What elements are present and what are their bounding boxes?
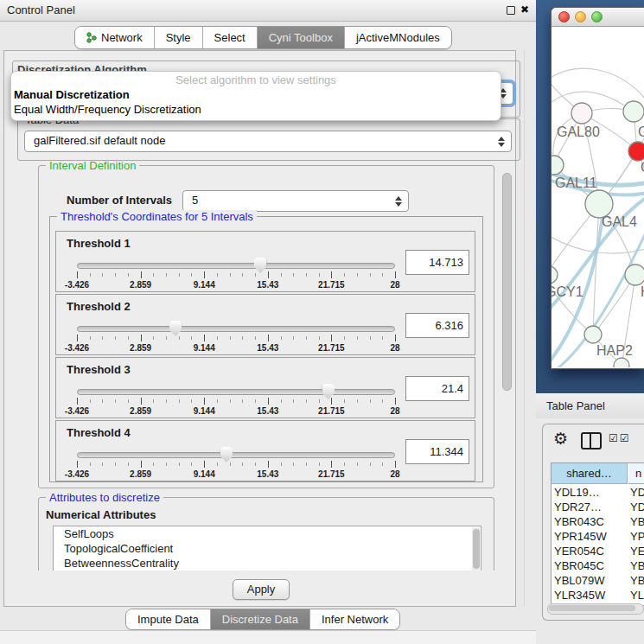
network-canvas[interactable]: GAL80GACGAL11GAL4GCY1HHAP2 xyxy=(552,27,644,367)
network-node[interactable] xyxy=(625,265,644,285)
network-window: GAL80GACGAL11GAL4GCY1HHAP2 xyxy=(551,7,644,369)
mac-zoom-button[interactable] xyxy=(591,11,603,22)
shared-name-cell: YDL19… xyxy=(554,485,600,500)
network-edge[interactable] xyxy=(552,92,629,109)
float-window-icon[interactable] xyxy=(507,6,515,15)
table-row[interactable]: YDR27…YDR2 xyxy=(552,500,644,514)
tab-cyni-toolbox[interactable]: Cyni Toolbox xyxy=(258,27,345,48)
network-node[interactable] xyxy=(623,101,644,122)
attribute-list[interactable]: SelfLoopsTopologicalCoefficientBetweenne… xyxy=(53,526,481,571)
name-cell: YPR1 xyxy=(630,529,644,544)
dropdown-option-equal-width-frequency[interactable]: Equal Width/Frequency Discretization xyxy=(14,103,201,116)
dropdown-prompt: Select algorithm to view settings xyxy=(11,73,501,86)
table-row[interactable]: YPR145WYPR1 xyxy=(552,529,644,544)
shared-name-cell: YBR043C xyxy=(554,514,604,529)
list-item[interactable]: BetweennessCentrality xyxy=(54,556,481,571)
list-scrollbar[interactable] xyxy=(472,527,480,571)
threshold-slider[interactable]: -3.4262.8599.14415.4321.71528 xyxy=(77,319,395,355)
control-panel-titlebar: Control Panel ✖ xyxy=(0,0,536,22)
table-row[interactable]: YLR345WYLR3 xyxy=(552,588,644,603)
node-table: shared… n YDL19…YDL1YDR27…YDR2YBR043CYBR… xyxy=(551,462,644,606)
threshold-value-field[interactable]: 14.713 xyxy=(405,250,469,275)
attributes-group-label: Attributes to discretize xyxy=(46,491,163,504)
slider-track[interactable] xyxy=(77,452,395,458)
network-node[interactable] xyxy=(552,266,558,284)
settings-viewport: Interval Definition Number of Intervals … xyxy=(22,161,500,571)
name-cell: YBL0 xyxy=(630,573,644,588)
threshold-value-field[interactable]: 11.344 xyxy=(405,439,469,464)
threshold-value-field[interactable]: 6.316 xyxy=(405,313,469,338)
network-node[interactable] xyxy=(628,142,644,161)
apply-button[interactable]: Apply xyxy=(233,579,290,600)
table-row[interactable]: YBR043CYBR0 xyxy=(552,514,644,529)
table-scrollbar-thumb[interactable] xyxy=(549,605,635,611)
tab-label: jActiveMNodules xyxy=(356,31,440,44)
table-panel-window: ⚙ ☑☑ shared… n YDL19…YDL1YDR27…YDR2YBR04… xyxy=(542,424,644,621)
dropdown-option-manual-discretization[interactable]: Manual Discretization xyxy=(14,88,130,101)
tab-label: Style xyxy=(166,31,191,44)
network-node[interactable] xyxy=(584,326,602,343)
bottom-tab-bar: Impute DataDiscretize DataInfer Network xyxy=(125,609,400,630)
tab-impute-data[interactable]: Impute Data xyxy=(126,609,211,629)
table-row[interactable]: YBL079WYBL0 xyxy=(552,573,644,588)
threshold-slider[interactable]: -3.4262.8599.14415.4321.71528 xyxy=(77,445,395,481)
tab-infer-network[interactable]: Infer Network xyxy=(310,609,399,629)
tab-network[interactable]: Network xyxy=(75,27,155,48)
tab-jactivemnodules[interactable]: jActiveMNodules xyxy=(345,27,451,48)
tab-select[interactable]: Select xyxy=(203,27,258,48)
table-row[interactable]: YER054CYER0 xyxy=(552,544,644,558)
table-panel-title: Table Panel xyxy=(546,394,605,418)
network-node[interactable] xyxy=(571,103,592,124)
thresholds-list: Threshold 1 -3.4262.8599.14415.4321.7152… xyxy=(50,231,482,483)
slider-track[interactable] xyxy=(77,326,395,332)
slider-tick-labels: -3.4262.8599.14415.4321.71528 xyxy=(77,280,395,290)
network-node-label: GA xyxy=(638,124,644,139)
status-strip xyxy=(0,631,536,644)
slider-track[interactable] xyxy=(77,389,395,395)
table-rows: YDL19…YDL1YDR27…YDR2YBR043CYBR0YPR145WYP… xyxy=(552,485,644,606)
table-data-combo[interactable]: galFiltered.sif default node xyxy=(24,131,512,152)
table-row[interactable]: YDL19…YDL1 xyxy=(552,485,644,500)
threshold-label: Threshold 2 xyxy=(67,300,131,313)
slider-ticks xyxy=(77,335,395,342)
name-cell: YER0 xyxy=(630,544,644,558)
list-item[interactable]: TopologicalCoefficient xyxy=(54,541,481,556)
column-header-name[interactable]: n xyxy=(628,463,644,484)
column-header-shared-name[interactable]: shared… xyxy=(552,463,628,484)
threshold-coordinates-group: Threshold's Coordinates for 5 Intervals … xyxy=(49,216,483,482)
list-scrollbar-thumb[interactable] xyxy=(473,529,480,569)
shared-name-cell: YBL079W xyxy=(554,573,605,588)
threshold-coordinates-label: Threshold's Coordinates for 5 Intervals xyxy=(57,210,257,223)
close-icon[interactable]: ✖ xyxy=(520,3,529,16)
threshold-value-field[interactable]: 21.4 xyxy=(405,376,469,401)
slider-ticks xyxy=(77,461,395,469)
mac-minimize-button[interactable] xyxy=(575,11,586,22)
network-icon xyxy=(86,32,97,43)
panel-title: Control Panel xyxy=(7,0,75,21)
network-edge[interactable] xyxy=(552,68,644,103)
numerical-attributes-label: Numerical Attributes xyxy=(46,508,156,521)
network-node[interactable] xyxy=(552,156,564,175)
table-horizontal-scrollbar[interactable] xyxy=(547,603,644,615)
tab-discretize-data[interactable]: Discretize Data xyxy=(211,609,310,629)
threshold-slider[interactable]: -3.4262.8599.14415.4321.71528 xyxy=(77,256,395,292)
split-columns-icon[interactable] xyxy=(581,432,602,450)
threshold-slider[interactable]: -3.4262.8599.14415.4321.71528 xyxy=(77,382,395,418)
gear-icon[interactable]: ⚙ xyxy=(553,429,568,448)
mac-close-button[interactable] xyxy=(558,11,570,22)
panel-scrollbar[interactable] xyxy=(501,162,513,570)
number-of-intervals-combo[interactable]: 5 xyxy=(182,190,409,212)
slider-tick-labels: -3.4262.8599.14415.4321.71528 xyxy=(77,343,395,354)
slider-tick-labels: -3.4262.8599.14415.4321.71528 xyxy=(77,469,395,480)
table-row[interactable]: YBR045CYBR0 xyxy=(552,558,644,573)
checkbox-icons[interactable]: ☑☑ xyxy=(609,432,631,444)
panel-scrollbar-thumb[interactable] xyxy=(502,173,512,391)
name-cell: YDL1 xyxy=(630,485,644,500)
threshold-panel: Threshold 1 -3.4262.8599.14415.4321.7152… xyxy=(55,231,475,292)
list-item[interactable]: SelfLoops xyxy=(54,526,481,541)
tab-style[interactable]: Style xyxy=(155,27,203,48)
attributes-group: Attributes to discretize Numerical Attri… xyxy=(38,497,494,571)
interval-definition-group: Interval Definition Number of Intervals … xyxy=(38,165,494,488)
network-window-titlebar[interactable] xyxy=(552,8,644,27)
slider-track[interactable] xyxy=(77,263,395,269)
